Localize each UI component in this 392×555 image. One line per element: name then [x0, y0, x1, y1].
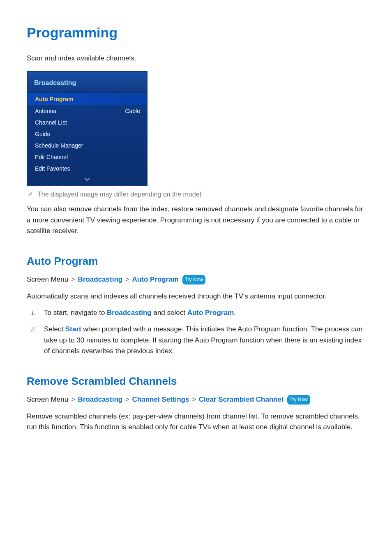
step2-text-pre: Select	[44, 325, 65, 333]
menu-item-channel-list[interactable]: Channel List	[28, 117, 147, 128]
auto-program-path: Screen Menu > Broadcasting > Auto Progra…	[27, 274, 365, 285]
try-now-button[interactable]: Try Now	[287, 395, 310, 405]
chevron-down-icon	[84, 176, 90, 183]
menu-item-label: Schedule Manager	[35, 142, 83, 149]
step-1: 1. To start, navigate to Broadcasting an…	[27, 308, 365, 318]
menu-rows: Auto Program Antenna Cable Channel List …	[28, 93, 147, 185]
step1-text-mid: and select	[152, 309, 187, 317]
intro-text: Scan and index available channels.	[27, 53, 365, 64]
menu-item-antenna[interactable]: Antenna Cable	[28, 105, 147, 117]
menu-item-guide[interactable]: Guide	[28, 128, 147, 140]
menu-item-label: Edit Favorites	[35, 165, 70, 172]
step2-text-post: when prompted with a message. This initi…	[44, 325, 362, 355]
menu-item-label: Edit Channel	[35, 154, 68, 160]
path-prefix: Screen Menu	[27, 395, 68, 403]
menu-item-schedule-manager[interactable]: Schedule Manager	[28, 140, 147, 151]
menu-item-label: Auto Program	[35, 96, 73, 102]
path-broadcasting: Broadcasting	[78, 275, 123, 283]
term-broadcasting: Broadcasting	[107, 309, 152, 317]
remove-scrambled-desc: Remove scrambled channels (ex: pay-per-v…	[27, 411, 365, 433]
section-remove-scrambled: Remove Scrambled Channels	[27, 375, 365, 388]
note-text: The displayed image may differ depending…	[37, 191, 203, 198]
step-number: 2.	[31, 324, 36, 335]
term-start: Start	[65, 325, 81, 333]
chevron-right-icon: >	[125, 275, 129, 283]
path-auto-program: Auto Program	[132, 275, 179, 283]
menu-item-edit-favorites[interactable]: Edit Favorites	[28, 163, 147, 174]
chevron-right-icon: >	[71, 395, 75, 403]
remove-scrambled-path: Screen Menu > Broadcasting > Channel Set…	[27, 394, 365, 405]
pencil-icon: ✎	[27, 192, 33, 197]
auto-program-desc: Automatically scans and indexes all chan…	[27, 291, 365, 302]
menu-item-label: Channel List	[35, 119, 67, 126]
step-number: 1.	[31, 308, 36, 318]
path-channel-settings: Channel Settings	[132, 395, 189, 403]
menu-item-auto-program[interactable]: Auto Program	[28, 93, 147, 105]
auto-program-steps: 1. To start, navigate to Broadcasting an…	[27, 308, 365, 356]
path-clear-scrambled: Clear Scrambled Channel	[199, 395, 284, 403]
section-auto-program: Auto Program	[27, 255, 365, 268]
path-broadcasting: Broadcasting	[78, 395, 123, 403]
model-note: ✎ The displayed image may differ dependi…	[27, 191, 365, 198]
try-now-button[interactable]: Try Now	[182, 275, 205, 284]
page-title: Programming	[27, 25, 365, 41]
step-2: 2. Select Start when prompted with a mes…	[27, 324, 365, 356]
menu-item-label: Guide	[35, 131, 50, 137]
broadcasting-menu: Broadcasting Auto Program Antenna Cable …	[27, 71, 148, 186]
menu-item-label: Antenna	[35, 108, 56, 114]
menu-header: Broadcasting	[28, 72, 147, 93]
term-auto-program: Auto Program	[187, 309, 234, 317]
chevron-right-icon: >	[125, 395, 129, 403]
menu-scroll-down[interactable]	[28, 174, 147, 185]
step1-text-post: .	[234, 309, 236, 317]
after-menu-paragraph: You can also remove channels from the in…	[27, 204, 365, 236]
chevron-right-icon: >	[192, 395, 196, 403]
menu-item-value: Cable	[125, 108, 140, 114]
path-prefix: Screen Menu	[27, 275, 68, 283]
menu-item-edit-channel[interactable]: Edit Channel	[28, 151, 147, 163]
step1-text-pre: To start, navigate to	[44, 309, 107, 317]
chevron-right-icon: >	[71, 275, 75, 283]
